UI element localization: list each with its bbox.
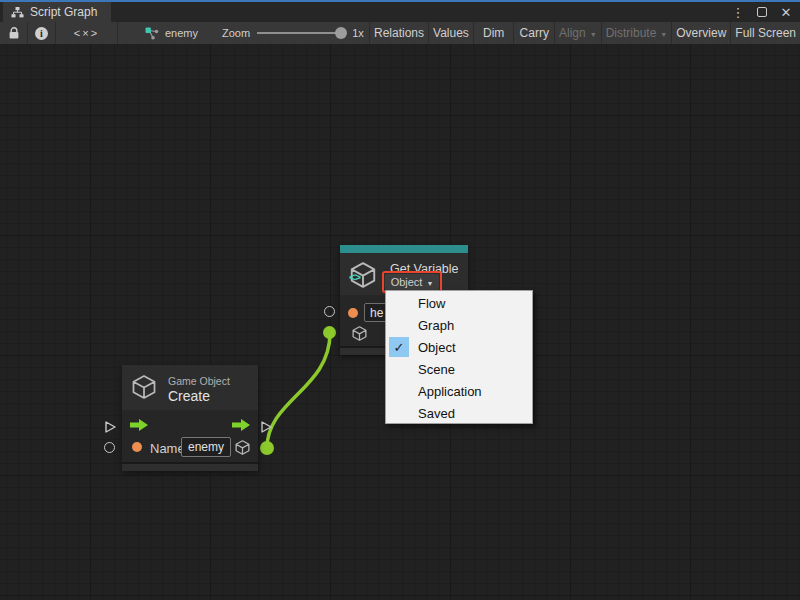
string-port-dot[interactable]: [348, 308, 358, 318]
menu-item-scene[interactable]: Scene: [386, 358, 532, 380]
tab-script-graph[interactable]: Script Graph: [3, 2, 111, 22]
zoom-slider[interactable]: [257, 32, 345, 34]
flow-in-arrow-icon: [129, 418, 149, 432]
info-icon: i: [35, 27, 48, 40]
zoom-control: Zoom 1x: [215, 22, 370, 44]
menu-item-graph[interactable]: Graph: [386, 314, 532, 336]
getvariable-name-input-port[interactable]: [324, 306, 335, 317]
create-gameobject-output-port[interactable]: [260, 441, 274, 455]
create-category: Game Object: [168, 375, 230, 387]
check-icon: [389, 381, 409, 401]
lock-icon: [8, 27, 20, 40]
graph-icon: [145, 27, 159, 40]
getvariable-source-input-port[interactable]: [323, 326, 336, 339]
toolbar-buttons: Relations Values Dim Carry Align ▼ Distr…: [370, 22, 800, 44]
check-icon: [389, 403, 409, 423]
distribute-caret-icon: ▼: [660, 31, 667, 38]
align-button[interactable]: Align ▼: [555, 22, 602, 44]
menu-item-object[interactable]: ✓ Object: [386, 336, 532, 358]
script-graph-window: Script Graph ⋮ ✕ i <×> e: [0, 0, 800, 600]
dim-button[interactable]: Dim: [474, 22, 515, 44]
graph-canvas[interactable]: <> Get Variable Object ▼: [0, 44, 800, 600]
create-flow-input-port[interactable]: [103, 420, 117, 434]
code-icon: <×>: [74, 27, 99, 39]
graph-tab-icon: [11, 7, 24, 18]
check-icon: [389, 293, 409, 313]
zoom-label: Zoom: [222, 27, 250, 39]
create-footer: [122, 462, 258, 471]
window-menu-icon[interactable]: ⋮: [730, 4, 746, 20]
variable-scope-dropdown[interactable]: Object ▼: [385, 274, 439, 290]
menu-item-flow[interactable]: Flow: [386, 292, 532, 314]
info-button[interactable]: i: [28, 22, 56, 44]
close-icon[interactable]: ✕: [778, 4, 794, 20]
check-icon: ✓: [389, 337, 409, 357]
zoom-value: 1x: [352, 27, 364, 39]
scope-menu: Flow Graph ✓ Object Scene Application Sa…: [385, 290, 533, 424]
tab-title: Script Graph: [30, 5, 97, 19]
graph-breadcrumb[interactable]: enemy: [118, 22, 215, 44]
create-body: Name: [122, 410, 258, 462]
name-value-field[interactable]: [181, 437, 231, 457]
scope-caret-icon: ▼: [426, 280, 433, 287]
lock-button[interactable]: [0, 22, 28, 44]
check-icon: [389, 359, 409, 379]
window-controls: ⋮ ✕: [730, 2, 794, 22]
create-header: Game Object Create: [122, 365, 258, 410]
relations-button[interactable]: Relations: [370, 22, 429, 44]
values-button[interactable]: Values: [429, 22, 474, 44]
menu-item-application[interactable]: Application: [386, 380, 532, 402]
menu-item-saved[interactable]: Saved: [386, 402, 532, 424]
titlebar: Script Graph ⋮ ✕: [0, 2, 800, 22]
create-name-input-port[interactable]: [104, 442, 115, 453]
output-cube-icon: [234, 439, 251, 456]
flow-out-arrow-icon: [231, 418, 251, 432]
name-label: Name: [150, 441, 185, 456]
graph-name: enemy: [165, 27, 198, 39]
graph-toolbar: i <×> enemy Zoom 1x Relations Values Dim: [0, 22, 800, 44]
create-flow-output-port[interactable]: [259, 420, 273, 434]
align-caret-icon: ▼: [590, 31, 597, 38]
get-variable-header: <> Get Variable Object ▼: [340, 253, 468, 295]
gameobject-cube-icon: [130, 373, 158, 401]
overview-button[interactable]: Overview: [672, 22, 731, 44]
maximize-icon[interactable]: [754, 4, 770, 20]
distribute-button[interactable]: Distribute ▼: [602, 22, 673, 44]
get-variable-accent-bar: [340, 245, 468, 253]
code-toggle-button[interactable]: <×>: [56, 22, 118, 44]
connection-wire[interactable]: [267, 333, 330, 448]
name-port-dot[interactable]: [132, 442, 142, 452]
gameobject-port-cube-icon[interactable]: [351, 325, 368, 342]
variable-code-icon: <>: [349, 271, 360, 283]
fullscreen-button[interactable]: Full Screen: [731, 22, 800, 44]
check-icon: [389, 315, 409, 335]
carry-button[interactable]: Carry: [514, 22, 555, 44]
create-title: Create: [168, 388, 210, 404]
zoom-slider-handle[interactable]: [335, 27, 347, 39]
create-node[interactable]: Game Object Create Name: [122, 365, 258, 471]
